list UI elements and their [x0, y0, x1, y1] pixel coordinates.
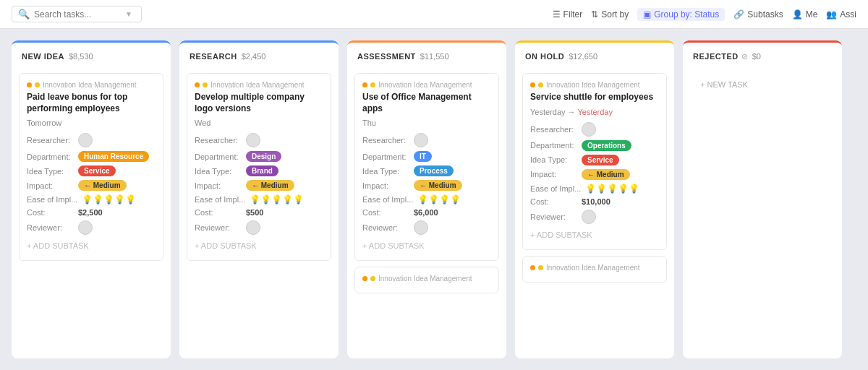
idea-type-tag[interactable]: Service: [78, 165, 116, 176]
assign-button[interactable]: 👥 Assi: [826, 9, 856, 20]
department-tag[interactable]: Operations: [582, 140, 631, 151]
search-area[interactable]: 🔍 ▼: [12, 6, 142, 22]
dot-icon: [195, 82, 200, 87]
column-body-research: Innovation Idea ManagementDevelop multip…: [179, 69, 339, 358]
column-body-rejected: + NEW TASK: [683, 69, 842, 358]
card-meta: Innovation Idea Management: [362, 81, 491, 89]
ease-bulbs: 💡💡💡💡: [417, 194, 461, 205]
bulb-active-icon: 💡: [250, 194, 260, 205]
cost-value: $2,500: [78, 208, 103, 217]
date-highlight: Yesterday: [577, 108, 613, 116]
dot-icon: [370, 82, 375, 87]
chevron-down-icon: ▼: [125, 10, 132, 18]
reviewer-row: Reviewer:: [362, 220, 491, 235]
card-date: Yesterday → Yesterday: [530, 108, 659, 116]
bulb-active-icon: 💡: [417, 194, 428, 205]
bulb-active-icon: 💡: [428, 194, 439, 205]
bulb-active-icon: 💡: [82, 194, 93, 205]
bulb-inactive-icon: 💡: [282, 194, 293, 205]
idea-type-tag[interactable]: Process: [414, 165, 454, 176]
column-amount: $0: [752, 52, 761, 61]
department-row: Department:Design: [195, 151, 323, 162]
add-subtask-button[interactable]: + ADD SUBTASK: [362, 238, 491, 253]
reviewer-label: Reviewer:: [530, 212, 577, 221]
search-input[interactable]: [34, 9, 121, 20]
column-body-on-hold: Innovation Idea ManagementService shuttl…: [515, 69, 674, 358]
department-row: Department:IT: [362, 151, 491, 162]
top-actions: ☰ Filter ⇅ Sort by ▣ Group by: Status 🔗 …: [553, 8, 856, 21]
me-button[interactable]: 👤 Me: [792, 9, 818, 20]
idea-type-row: Idea Type:Brand: [195, 165, 323, 176]
dot-icon: [530, 265, 535, 270]
impact-tag[interactable]: ← Medium: [414, 180, 462, 191]
column-title: RESEARCH: [190, 52, 237, 61]
person-icon: 👤: [792, 9, 803, 20]
new-task-button[interactable]: + NEW TASK: [690, 73, 835, 96]
column-header-on-hold: ON HOLD$12,650: [515, 40, 674, 69]
avatar: [246, 133, 260, 147]
ease-label: Ease of Impl...: [362, 195, 413, 204]
reviewer-row: Reviewer:: [195, 220, 323, 235]
impact-label: Impact:: [27, 181, 74, 190]
idea-type-row: Idea Type:Process: [362, 165, 491, 176]
impact-row: Impact:← Medium: [27, 180, 156, 191]
add-subtask-button[interactable]: + ADD SUBTASK: [27, 238, 156, 253]
department-label: Department:: [27, 152, 74, 161]
column-research: RESEARCH$2,450Innovation Idea Management…: [179, 40, 339, 358]
department-label: Department:: [362, 152, 409, 161]
ease-label: Ease of Impl...: [530, 184, 581, 193]
department-tag[interactable]: IT: [414, 151, 432, 162]
avatar: [246, 220, 260, 235]
ease-bulbs: 💡💡💡💡💡: [82, 194, 136, 205]
idea-type-tag[interactable]: Brand: [246, 165, 278, 176]
card-title: Paid leave bonus for top performing empl…: [27, 92, 156, 114]
task-card-stub: Innovation Idea Management: [354, 267, 499, 293]
avatar: [414, 133, 428, 147]
dot-icon: [538, 82, 543, 87]
idea-type-label: Idea Type:: [530, 155, 577, 164]
cost-value: $10,000: [582, 197, 610, 206]
idea-type-tag[interactable]: Service: [582, 155, 619, 165]
add-subtask-button[interactable]: + ADD SUBTASK: [195, 238, 323, 253]
dot-icon: [538, 265, 543, 270]
card-meta-label: Innovation Idea Management: [378, 81, 472, 89]
task-card: Innovation Idea ManagementPaid leave bon…: [19, 73, 163, 261]
bulb-inactive-icon: 💡: [293, 194, 304, 205]
bulb-inactive-icon: 💡: [125, 194, 136, 205]
department-row: Department:Human Resource: [27, 151, 156, 162]
column-amount: $12,650: [569, 52, 597, 61]
impact-row: Impact:← Medium: [362, 180, 491, 191]
assign-icon: 👥: [826, 9, 837, 20]
top-bar: 🔍 ▼ ☰ Filter ⇅ Sort by ▣ Group by: Statu…: [0, 0, 868, 29]
dot-icon: [35, 82, 40, 87]
filter-button[interactable]: ☰ Filter: [553, 9, 583, 20]
bulb-inactive-icon: 💡: [114, 194, 125, 205]
ease-bulbs: 💡💡💡💡💡: [585, 184, 639, 194]
reviewer-label: Reviewer:: [27, 223, 74, 232]
cost-label: Cost:: [530, 197, 577, 206]
cost-row: Cost:$6,000: [362, 208, 491, 217]
bulb-active-icon: 💡: [93, 194, 103, 205]
avatar: [414, 220, 428, 235]
group-by-button[interactable]: ▣ Group by: Status: [637, 8, 725, 21]
add-subtask-button[interactable]: + ADD SUBTASK: [530, 228, 659, 242]
bulb-active-icon: 💡: [271, 194, 282, 205]
task-card: Innovation Idea ManagementUse of Office …: [354, 73, 499, 261]
dot-icon: [203, 82, 208, 87]
department-tag[interactable]: Human Resource: [78, 151, 149, 162]
impact-tag[interactable]: ← Medium: [246, 180, 294, 191]
bulb-inactive-icon: 💡: [629, 184, 639, 194]
idea-type-label: Idea Type:: [27, 167, 74, 176]
column-header-rejected: REJECTED⊘$0: [683, 40, 842, 69]
impact-tag[interactable]: ← Medium: [78, 180, 127, 191]
card-title: Service shuttle for employees: [530, 92, 659, 103]
card-date: Tomorrow: [27, 119, 156, 127]
avatar: [78, 133, 93, 147]
researcher-row: Researcher:: [27, 133, 156, 147]
avatar: [582, 210, 596, 224]
subtasks-button[interactable]: 🔗 Subtasks: [733, 9, 783, 20]
impact-tag[interactable]: ← Medium: [582, 169, 630, 180]
column-assessment: ASSESSMENT$11,550Innovation Idea Managem…: [347, 40, 506, 358]
sort-by-button[interactable]: ⇅ Sort by: [591, 9, 629, 20]
department-tag[interactable]: Design: [246, 151, 281, 162]
